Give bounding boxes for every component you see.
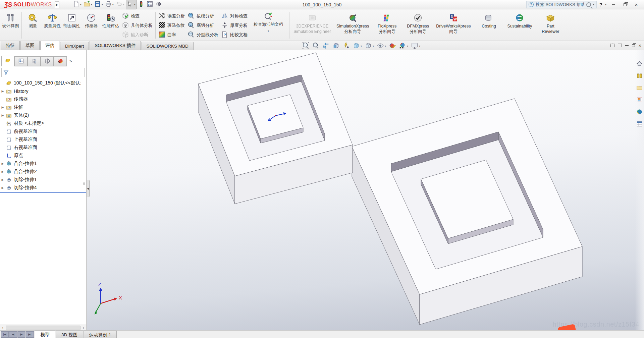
ribbon-button-check-cube[interactable]: 检查 [122,12,153,20]
graphics-viewport[interactable]: Z X https://blog.csdn.net/z15f34 [87,50,644,330]
section-view-button[interactable] [332,42,340,51]
expand-arrow-icon[interactable]: ▶ [0,162,5,165]
dropdown-icon[interactable]: ▾ [80,3,82,6]
expand-arrow-icon[interactable]: ▶ [0,106,5,109]
tree-item[interactable]: ▶A注解 [0,103,86,111]
search-dropdown-icon[interactable]: ▾ [593,3,594,6]
tree-item[interactable]: 原点 [0,152,86,160]
doc-window-icon[interactable] [618,44,622,47]
tab-DimXpert[interactable]: DimXpert [60,42,89,50]
dropdown-icon[interactable]: ▾ [385,45,386,48]
tree-filter-input[interactable] [1,68,85,77]
hide-show-items-button[interactable]: ▾ [376,42,386,51]
dropdown-icon[interactable]: ▾ [361,45,362,48]
tree-item[interactable]: 上视基准面 [0,135,86,144]
ribbon-button-geometry-analysis[interactable]: 几何体分析 [122,21,153,30]
rollback-bar[interactable] [0,192,86,193]
tree-item[interactable]: ▶凸台-拉伸2 [0,168,86,176]
tree-item[interactable]: 材质 <未指定> [0,119,86,127]
tree-item[interactable]: ▶切除-拉伸4 [0,184,86,192]
ribbon-button-zebra-stripes[interactable]: 斑马条纹 [158,21,185,30]
doc-restore-button[interactable] [632,44,635,47]
ribbon-button-performance[interactable]: 性能评估 [101,11,120,40]
zoom-area-button[interactable] [312,42,320,51]
dropdown-icon[interactable]: ▾ [373,45,374,48]
panel-tabs-more-arrow[interactable]: > [69,59,72,64]
scroll-right-icon[interactable]: › [81,326,86,330]
doc-minimize-button[interactable] [625,45,629,46]
ribbon-button-section-properties[interactable]: 剖面属性 [62,11,82,40]
zoom-fit-button[interactable] [302,42,310,51]
search-input[interactable]: ? 搜索 SOLIDWORKS 帮助 ▾ [526,1,597,8]
tree-item[interactable]: ▶凸台-拉伸1 [0,160,86,168]
ribbon-button-driveworksxpress[interactable]: DWDriveWorksXpress向导 [433,11,473,40]
ribbon-button-dfmxpress[interactable]: DFMXpress分析向导 [402,11,433,40]
ribbon-button-thickness-analysis[interactable]: 厚度分析 [221,21,248,30]
prev-tab-button[interactable]: ◀ [9,331,17,338]
ribbon-button-parting-line-analysis[interactable]: 分型线分析 [187,31,218,39]
ribbon-button-check-active-document[interactable]: 检查激活的文档▾ [249,11,288,40]
displaymanager-tab[interactable] [54,56,67,66]
ribbon-button-design-study[interactable]: 设计算例 [1,11,20,40]
expand-arrow-icon[interactable]: ▶ [0,170,5,173]
dropdown-icon[interactable]: ▾ [112,3,114,6]
new-document-button[interactable]: ▾ [72,0,82,9]
tab-SOLIDWORKS 插件[interactable]: SOLIDWORKS 插件 [90,41,141,50]
settings-gear-button[interactable] [155,0,163,9]
ribbon-button-costing[interactable]: Costing [473,11,504,40]
first-tab-button[interactable]: |◀ [1,331,9,338]
ribbon-button-part-reviewer[interactable]: PartReviewer [535,11,566,40]
apply-scene-button[interactable]: ▾ [398,42,409,51]
doc-tab-模型[interactable]: 模型 [35,331,55,338]
ribbon-button-floxpress[interactable]: FloXpress分析向导 [372,11,402,40]
dropdown-icon[interactable]: ▾ [407,45,408,48]
appearances-button[interactable] [636,109,643,116]
tree-item[interactable]: ▶切除-拉伸1 [0,176,86,184]
doc-close-button[interactable]: × [638,43,641,48]
tree-scrollbar[interactable] [83,182,85,185]
design-library-button[interactable] [636,72,643,80]
next-tab-button[interactable]: ▶ [17,331,25,338]
ribbon-button-mass-properties[interactable]: 质量属性 [43,11,62,40]
model-body-right[interactable] [352,99,582,325]
tab-草图[interactable]: 草图 [20,41,40,50]
tree-item[interactable]: ▶实体(2) [0,111,86,119]
dimxpertmanager-tab[interactable] [41,56,54,66]
dropdown-icon[interactable]: ▾ [134,3,136,6]
last-tab-button[interactable]: ▶| [26,331,34,338]
dropdown-icon[interactable]: ▾ [123,3,124,6]
view-palette-button[interactable] [636,97,643,104]
ribbon-button-curvature[interactable]: 曲率 [158,31,185,39]
undo-button[interactable]: ▾ [115,0,125,9]
expand-arrow-icon[interactable]: ▶ [0,186,5,189]
ribbon-button-simulationxpress[interactable]: SimulationXpress分析向导 [334,11,372,40]
ribbon-button-undercut-analysis[interactable]: 底切分析 [187,21,218,30]
help-dropdown-icon[interactable]: ▾ [605,3,606,6]
tree-item[interactable]: 右视基准面 [0,144,86,152]
dropdown-icon[interactable]: ▾ [91,3,92,6]
panel-horizontal-scrollbar[interactable]: ‹ › [0,325,86,330]
close-button[interactable]: × [632,2,641,8]
doc-new-window-icon[interactable] [610,44,614,47]
ribbon-button-sustainability[interactable]: Sustainability [504,11,535,40]
ribbon-button-compare-documents[interactable]: ?比较文档 [221,31,248,39]
featuremanager-tab[interactable] [1,56,14,66]
expand-arrow-icon[interactable]: ▶ [0,90,5,93]
ribbon-button-measure[interactable]: 测量 [23,11,43,40]
menu-expand-arrow[interactable]: ▶ [55,1,59,8]
tree-item[interactable]: ▶History [0,87,86,95]
minimize-button[interactable] [609,2,618,8]
ribbon-button-sensor[interactable]: 传感器 [82,11,101,40]
doc-tab-运动算例 1[interactable]: 运动算例 1 [84,331,117,338]
resources-home-button[interactable] [636,60,643,68]
ribbon-button-deviation-analysis[interactable]: 误差分析 [158,12,185,20]
propertymanager-tab[interactable] [14,56,28,66]
print-button[interactable]: ▾ [104,0,114,9]
tree-item[interactable]: 前视基准面 [0,127,86,135]
tree-item[interactable]: 传感器 [0,95,86,103]
custom-properties-button[interactable] [636,121,643,128]
open-button[interactable]: ▾ [83,0,93,9]
model-body-left[interactable] [198,53,353,204]
select-cursor-button[interactable]: ▾ [126,0,137,9]
dropdown-icon[interactable]: ▾ [268,30,269,33]
